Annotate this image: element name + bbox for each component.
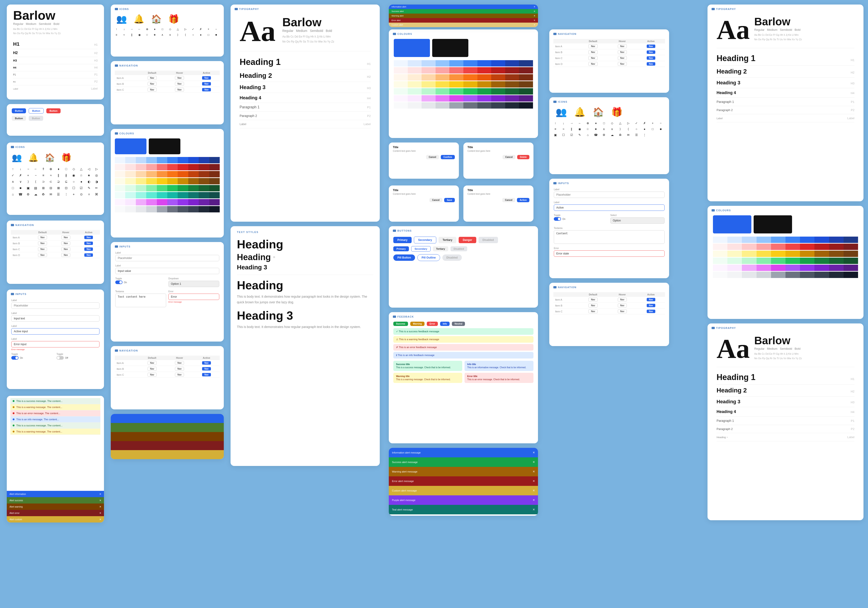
navigation-card-right-bottom: NAVIGATION DefaultHoverActive Item A Nav… [549,283,669,346]
icon-grid: ↑↓→← ⇑⊕♦□ ◇△◁▷ ✓✗+− ≡≈∥∦ ◉☆★◎ ∧∨⟩⟨ ⊃⊂⊇⊆ … [7,165,104,199]
btn-disabled-1: Disabled [479,237,498,243]
heading-lg: Heading [237,278,374,292]
btn-pill-1[interactable]: Pill Button [393,255,415,261]
typography-far-right: TIPOGRAPHY Aa Barlow Regular Medium Semi… [707,5,863,201]
btn-tertiary-1[interactable]: Tertiary [439,237,456,243]
badge-error: Error [427,322,438,326]
icons-label-left: ICONS [7,143,104,150]
inputs-label-right: INPUTS [549,179,669,186]
modal-cancel-btn-4[interactable]: Cancel [502,198,515,202]
bell-icon-r: 🔔 [574,107,586,117]
home-icon-r: 🏠 [593,107,604,117]
btn-tertiary-sm-1[interactable]: Tertiary [433,246,448,251]
input-error[interactable] [11,341,99,347]
textarea-2[interactable]: Text content here [115,294,166,307]
btn-primary-sm-1[interactable]: Primary [393,246,409,251]
p2-tag: P2 [367,114,371,118]
select-r[interactable]: Option [610,218,665,224]
h4-tag: H4 [367,96,371,100]
navigation-card-2nd-bottom: NAVIGATION DefaultHoverActive Item A Nav… [111,346,224,409]
btn-disabled-sm-1: Disabled [451,246,467,251]
btn-primary-1[interactable]: Primary [393,237,412,243]
modal-save-btn[interactable]: Save [444,198,455,202]
h4-label: Heading 4 [240,95,261,100]
alert-info-close[interactable]: × [533,451,535,455]
aa-far-right-2: Aa [716,335,750,362]
btn-secondary-sm-1[interactable]: Secondary [411,246,431,252]
h1-tag: H1 [367,62,371,65]
typography-far-right-2: TIPOGRAPHY Aa Barlow Regular Medium Semi… [707,323,863,520]
btn-secondary-1[interactable]: Secondary [414,236,436,243]
alert-purple-text: Purple alert message [392,499,415,501]
weights-large: Regular Medium Semibold Bold [282,29,334,33]
body-text: This is body text. It demonstrates how r… [237,294,374,305]
black-block-fr [753,215,792,233]
icons-label-right: ICONS [549,97,669,104]
modal-delete-btn[interactable]: Delete [517,155,529,159]
modal-card-4: Title Content text goes here Cancel Acti… [463,185,533,222]
alert-teal-close[interactable]: × [533,508,535,512]
dropdown-2[interactable]: Option 1 [168,281,219,287]
alert-purple-close[interactable]: × [533,498,535,502]
alert-custom-close[interactable]: × [533,488,535,493]
input-active[interactable] [11,328,99,334]
p1-label: Paragraph 1 [240,105,259,109]
h2-tag: H2 [367,75,371,78]
btn-danger-1[interactable]: Danger [459,237,476,243]
input-error-r[interactable] [554,250,665,257]
font-name-large: Barlow [13,9,98,22]
heading-3-lg: Heading 3 [237,309,374,322]
modal-confirm-btn[interactable]: Confirm [441,155,455,159]
btn-outline-sm[interactable]: Button [29,108,43,114]
input-default[interactable] [11,302,99,309]
typography-card-topleft: Barlow Regular Medium Semibold Bold Aa B… [7,5,104,100]
textarea-r[interactable]: Content [554,230,665,244]
modal-cancel-btn-3[interactable]: Cancel [429,198,442,202]
input-default-r[interactable] [554,191,665,198]
typography-large-card: TIPOGRAPHY Aa Barlow Regular Medium Semi… [231,5,380,222]
btn-disabled-sm: Button [29,116,43,121]
input-active-r[interactable] [554,204,665,211]
weights-far-right: Regular Medium Semibold Bold [754,28,802,31]
inputs-label-left: INPUTS [7,289,104,297]
navigation-card-right: NAVIGATION DefaultHoverActive Item A Nav… [549,30,669,93]
input-filled[interactable] [11,315,99,322]
typo-label-far-right-2: TIPOGRAPHY [707,323,863,331]
modal-cancel-btn[interactable]: Cancel [426,155,439,159]
btn-pill-outline[interactable]: Pill Outline [417,254,440,261]
people-icon: 👥 [12,153,22,162]
modal-action-btn[interactable]: Action [517,198,529,202]
modal-card-2: Title Content text goes here Cancel Dele… [463,143,533,179]
btn-danger-sm[interactable]: Button [46,108,60,114]
h3-tag: H3 [367,86,371,90]
inputs-card-right: INPUTS Label Label Toggle On Select [549,179,669,278]
input-filled-2[interactable] [115,268,219,274]
buttons-card: BUTTONS Primary Secondary Tertiary Dange… [389,226,538,308]
heading-3-style: Heading 3 [237,264,374,271]
colours-card-centre: COLOURS [389,30,538,138]
modal-cancel-btn-2[interactable]: Cancel [502,155,515,159]
gift-icon-2: 🎁 [168,14,179,24]
alert-error-close[interactable]: × [533,479,535,483]
color-bars-card [111,414,224,459]
input-error-2[interactable] [168,294,219,300]
typo-label-large: TIPOGRAPHY [231,5,380,12]
btn-primary-sm[interactable]: Button [12,108,26,114]
badge-warning: Warning [410,322,425,326]
alert-success-close[interactable]: × [533,460,535,464]
aa-far-right: Aa [716,16,750,44]
people-icon-r: 👥 [556,107,567,117]
nav-label-right: NAVIGATION [549,30,669,37]
heading-display: Heading [237,238,374,251]
people-icon-2: 👥 [116,14,127,24]
gift-icon: 🎁 [61,153,71,162]
blue-block-fr [713,215,751,233]
font-weights: Regular Medium Semibold Bold [13,22,98,26]
input-default-2[interactable] [115,255,219,261]
modal-card-3: Title Content text goes here Cancel Save [389,185,459,222]
inputs-card-left: INPUTS Label Label Label Label Error mes… [7,289,104,389]
h1-label: Heading 1 [240,57,281,67]
btn-ghost-sm[interactable]: Button [12,116,26,121]
navigation-card-2nd: NAVIGATION DefaultHoverActive Item A Nav… [111,61,224,124]
alert-warning-close[interactable]: × [533,470,535,474]
